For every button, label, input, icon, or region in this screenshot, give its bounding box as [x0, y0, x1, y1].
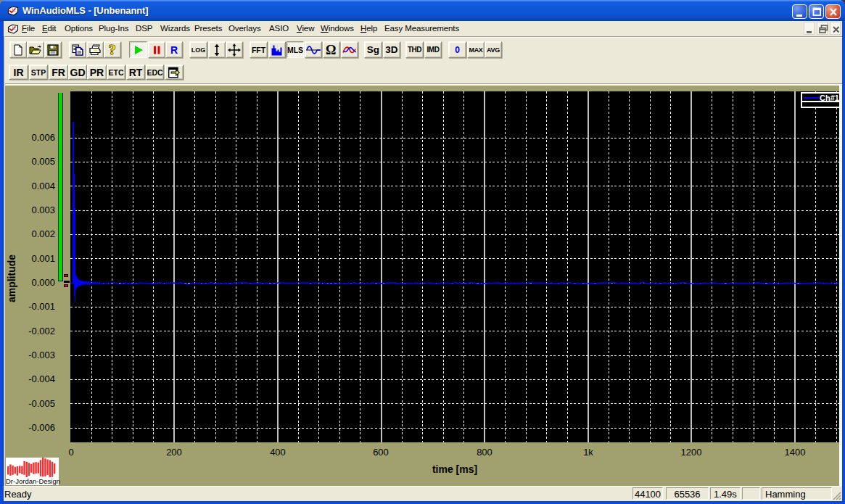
svg-text:?: ? [109, 43, 116, 57]
svg-text:Ω: Ω [326, 44, 336, 56]
